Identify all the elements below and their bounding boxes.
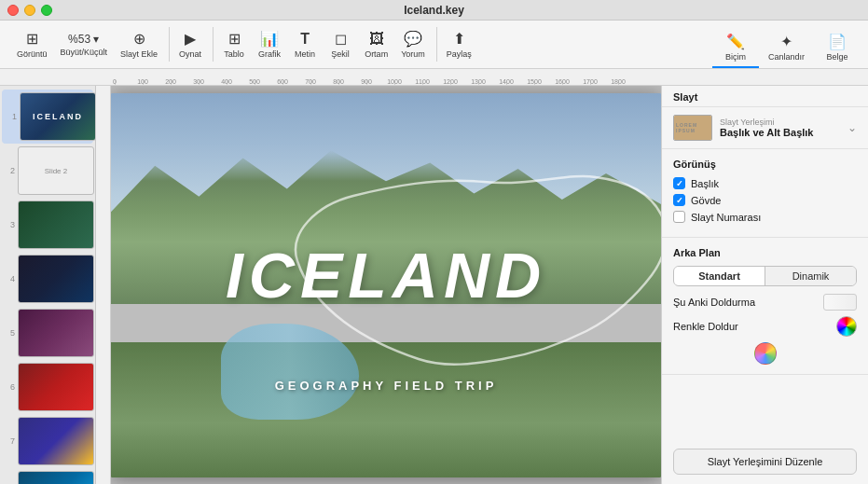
close-button[interactable] xyxy=(7,5,19,16)
insert-group: ⊞ Tablo 📊 Grafik T Metin ◻ Şekil 🖼 Ortam… xyxy=(213,27,434,62)
ruler: 0 100 200 300 400 500 600 700 800 900 10… xyxy=(0,69,868,86)
slide-thumbnail-4[interactable]: 4 xyxy=(0,252,95,306)
chart-button[interactable]: 📊 Grafik xyxy=(253,27,286,62)
right-panel-switcher: ✏️ Biçim ✦ Canlandır 📄 Belge xyxy=(712,21,861,68)
slide-thumbnail-3[interactable]: 3 xyxy=(0,198,95,252)
slide-2-text: Slide 2 xyxy=(45,167,67,175)
govde-label: Gövde xyxy=(691,195,721,206)
dynamic-bg-button[interactable]: Dinamik xyxy=(765,267,856,285)
share-group: ⬆ Paylaş xyxy=(436,27,481,62)
animate-panel-button[interactable]: ✦ Canlandır xyxy=(759,21,814,68)
chart-icon: 📊 xyxy=(260,30,279,48)
slide-ground xyxy=(111,342,661,477)
standard-bg-button[interactable]: Standart xyxy=(674,267,765,285)
slide-panel: 1 ICELAND 2 Slide 2 3 4 5 6 7 xyxy=(0,86,96,484)
slide-number-5: 5 xyxy=(4,328,15,338)
slide-preview-1: ICELAND xyxy=(20,92,96,141)
slide-preview-4 xyxy=(18,255,94,303)
table-button[interactable]: ⊞ Tablo xyxy=(217,27,251,62)
title-bar: Iceland.key xyxy=(0,0,868,21)
ruler-mark: 100 xyxy=(129,78,157,85)
zoom-label: Büyüt/Küçült xyxy=(61,48,108,57)
edit-layout-button[interactable]: Slayt Yerleşimini Düzenle xyxy=(673,449,857,475)
fill-color-swatch[interactable] xyxy=(823,294,857,311)
ruler-mark: 400 xyxy=(213,78,241,85)
shape-label: Şekil xyxy=(331,49,350,59)
slide-number-2: 2 xyxy=(4,166,15,175)
play-icon: ▶ xyxy=(185,30,196,48)
play-label: Oynat xyxy=(179,49,201,59)
ruler-mark: 1100 xyxy=(408,78,436,85)
table-label: Tablo xyxy=(224,49,244,59)
media-button[interactable]: 🖼 Ortam xyxy=(359,28,393,62)
slide-thumbnail-1[interactable]: 1 ICELAND xyxy=(2,90,93,144)
ruler-mark: 0 xyxy=(101,78,129,85)
slide-preview-5 xyxy=(18,309,94,357)
text-button[interactable]: T Metin xyxy=(288,28,322,62)
ruler-mark: 300 xyxy=(185,78,213,85)
canvas-area[interactable]: ICELAND GEOGRAPHY FIELD TRIP xyxy=(111,86,661,484)
shape-icon: ◻ xyxy=(335,30,347,48)
slide-number-7: 7 xyxy=(4,436,15,446)
ruler-mark: 800 xyxy=(324,78,352,85)
slide-num-checkbox[interactable] xyxy=(673,211,685,223)
view-button[interactable]: ⊞ Görüntü xyxy=(11,27,53,62)
baslik-checkbox[interactable] xyxy=(673,177,685,189)
document-panel-button[interactable]: 📄 Belge xyxy=(814,21,861,68)
slide-thumbnail-6[interactable]: 6 xyxy=(0,360,95,414)
sidebar-icon: ⊞ xyxy=(26,30,38,48)
layout-info: Slayt Yerleşimi Başlık ve Alt Başlık xyxy=(720,118,840,138)
comment-icon: 💬 xyxy=(404,30,422,48)
main-content: 1 ICELAND 2 Slide 2 3 4 5 6 7 xyxy=(0,86,868,484)
layout-thumbnail: LOREM IPSUM xyxy=(673,115,712,141)
canvas-wrapper: ICELAND GEOGRAPHY FIELD TRIP xyxy=(96,86,661,484)
format-panel-button[interactable]: ✏️ Biçim xyxy=(712,21,759,68)
ruler-mark: 1000 xyxy=(380,78,408,85)
ruler-mark: 1200 xyxy=(436,78,464,85)
animate-icon: ✦ xyxy=(780,33,792,50)
slide-thumbnail-2[interactable]: 2 Slide 2 xyxy=(0,144,95,198)
share-label: Paylaş xyxy=(447,49,472,59)
minimize-button[interactable] xyxy=(24,5,35,16)
slide-thumbnail-8[interactable]: 8 xyxy=(0,468,95,484)
play-button[interactable]: ▶ Oynat xyxy=(173,27,207,62)
baslik-label: Başlık xyxy=(691,178,719,189)
slide-canvas[interactable]: ICELAND GEOGRAPHY FIELD TRIP xyxy=(111,93,661,477)
color-fill-label: Renkle Doldur xyxy=(673,321,836,332)
baslik-checkbox-row: Başlık xyxy=(673,177,857,189)
maximize-button[interactable] xyxy=(41,5,52,16)
comment-button[interactable]: 💬 Yorum xyxy=(395,27,431,62)
toolbar: ⊞ Görüntü %53 ▾ Büyüt/Küçült ⊕ Slayt Ekl… xyxy=(0,21,868,69)
slide-thumbnail-5[interactable]: 5 xyxy=(0,306,95,360)
slide-preview-7 xyxy=(18,417,94,465)
add-slide-button[interactable]: ⊕ Slayt Ekle xyxy=(115,27,163,62)
ruler-mark: 1300 xyxy=(464,78,492,85)
layout-selector[interactable]: LOREM IPSUM Slayt Yerleşimi Başlık ve Al… xyxy=(662,107,868,149)
ruler-mark: 700 xyxy=(296,78,324,85)
zoom-button[interactable]: %53 ▾ Büyüt/Küçült xyxy=(55,30,114,60)
slide-thumbnail-7[interactable]: 7 xyxy=(0,414,95,468)
panel-title: Slayt xyxy=(662,86,868,107)
vertical-ruler xyxy=(96,86,111,484)
animate-label: Canlandır xyxy=(768,52,805,62)
window-title: Iceland.key xyxy=(404,4,464,17)
color-picker-circle[interactable] xyxy=(754,342,777,365)
shape-button[interactable]: ◻ Şekil xyxy=(324,27,357,62)
slide-num-label: Slayt Numarası xyxy=(691,212,761,223)
govde-checkbox[interactable] xyxy=(673,194,685,206)
media-icon: 🖼 xyxy=(369,31,384,48)
comment-label: Yorum xyxy=(401,49,425,59)
document-label: Belge xyxy=(826,52,847,62)
share-button[interactable]: ⬆ Paylaş xyxy=(441,27,477,62)
view-group: ⊞ Görüntü %53 ▾ Büyüt/Küçült ⊕ Slayt Ekl… xyxy=(7,27,167,62)
layout-thumb-text: LOREM IPSUM xyxy=(676,122,710,133)
slide-preview-8 xyxy=(18,471,94,484)
slide-title[interactable]: ICELAND xyxy=(226,239,546,311)
chevron-down-icon: ⌄ xyxy=(847,121,857,134)
layout-category: Slayt Yerleşimi xyxy=(720,118,840,127)
slide-subtitle[interactable]: GEOGRAPHY FIELD TRIP xyxy=(275,379,498,393)
add-slide-label: Slayt Ekle xyxy=(120,49,158,59)
slide-preview-2: Slide 2 xyxy=(18,146,94,195)
slide-preview-3 xyxy=(18,201,94,249)
color-wheel-button[interactable] xyxy=(836,316,857,337)
